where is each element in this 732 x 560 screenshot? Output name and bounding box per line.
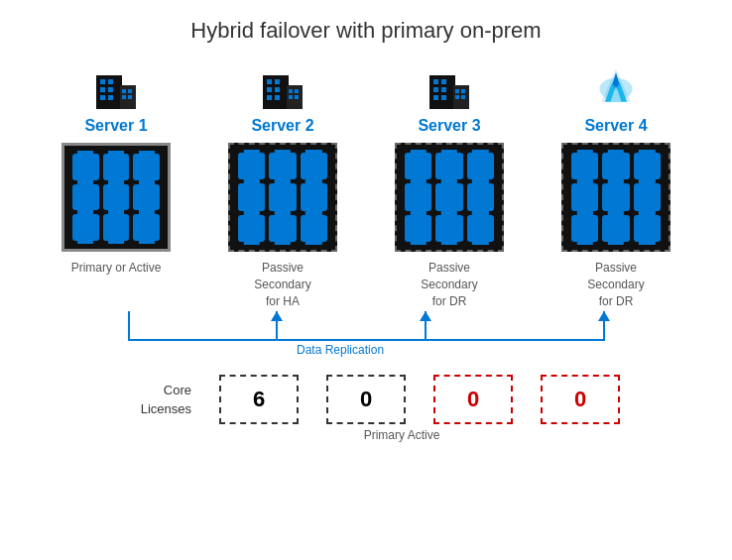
server-desc-4: PassiveSecondaryfor DR <box>587 260 644 309</box>
svg-rect-23 <box>289 95 293 99</box>
svg-rect-4 <box>100 87 105 92</box>
svg-rect-29 <box>441 87 446 92</box>
svg-rect-30 <box>433 95 438 100</box>
license-label: Core Licenses <box>112 381 191 419</box>
server-col-4: Server 4 PassiveSecondaryfor DR <box>547 61 685 309</box>
svg-rect-5 <box>108 87 113 92</box>
chip-2-3 <box>301 153 327 179</box>
chip-3-3 <box>467 153 494 179</box>
license-box-2: 0 <box>326 375 406 424</box>
license-value-3: 0 <box>467 387 479 412</box>
building-icon-3 <box>426 61 473 113</box>
arrow-up-s2 <box>271 311 283 321</box>
chip-1-3 <box>133 154 160 180</box>
chip-1-5 <box>103 184 130 211</box>
chip-2-1 <box>238 153 265 179</box>
chip-box-2 <box>228 143 337 252</box>
license-label-line2: Licenses <box>141 399 191 419</box>
h-line-replication <box>128 339 604 341</box>
primary-active-row: Primary Active <box>0 428 732 442</box>
chip-4-8 <box>602 215 629 242</box>
chip-1-9 <box>133 214 160 241</box>
server-desc-1: Primary or Active <box>71 260 162 277</box>
server-label-2: Server 2 <box>251 117 313 135</box>
chip-box-4 <box>561 143 671 252</box>
chip-4-1 <box>571 153 598 179</box>
chip-3-9 <box>467 215 494 242</box>
replication-area: Data Replication <box>59 311 673 361</box>
chip-2-6 <box>301 183 327 210</box>
chip-1-7 <box>72 214 99 241</box>
chip-4-9 <box>634 215 661 242</box>
license-row: Core Licenses 6 0 0 0 <box>112 375 620 424</box>
svg-rect-6 <box>100 95 105 100</box>
building-icon-1 <box>92 61 140 113</box>
building-icon-2 <box>259 61 306 113</box>
chip-2-7 <box>238 215 265 242</box>
svg-rect-15 <box>275 79 280 84</box>
arrow-up-s4 <box>598 311 610 321</box>
chip-3-6 <box>467 183 494 210</box>
svg-rect-21 <box>289 89 293 93</box>
chip-3-7 <box>405 215 431 242</box>
primary-active-label: Primary Active <box>362 428 441 442</box>
chip-3-2 <box>435 153 462 179</box>
chip-box-3 <box>395 143 504 252</box>
server-label-1: Server 1 <box>84 117 147 135</box>
svg-rect-14 <box>267 79 272 84</box>
chip-1-2 <box>103 154 130 180</box>
svg-rect-26 <box>433 79 438 84</box>
chip-4-2 <box>602 153 629 179</box>
svg-rect-2 <box>100 79 105 84</box>
chip-1-1 <box>72 154 99 180</box>
svg-rect-35 <box>455 95 459 99</box>
server-desc-3: PassiveSecondaryfor DR <box>421 260 477 309</box>
svg-rect-28 <box>433 87 438 92</box>
server-desc-2: PassiveSecondaryfor HA <box>254 260 310 309</box>
chip-1-8 <box>103 214 130 241</box>
chip-1-6 <box>133 184 160 211</box>
v-line-s1 <box>128 311 130 341</box>
azure-icon-4 <box>592 61 640 113</box>
chip-3-4 <box>405 183 431 210</box>
chip-2-8 <box>269 215 296 242</box>
chip-2-2 <box>269 153 296 179</box>
chip-box-1 <box>61 143 171 252</box>
server-label-4: Server 4 <box>584 117 647 135</box>
svg-rect-36 <box>461 95 465 99</box>
chip-1-4 <box>72 184 99 211</box>
svg-rect-12 <box>128 95 132 99</box>
svg-rect-19 <box>275 95 280 100</box>
svg-rect-18 <box>267 95 272 100</box>
license-box-4: 0 <box>541 375 620 424</box>
svg-rect-11 <box>122 95 126 99</box>
chip-3-8 <box>435 215 462 242</box>
svg-rect-9 <box>122 89 126 93</box>
svg-rect-22 <box>295 89 299 93</box>
license-value-1: 6 <box>253 387 265 412</box>
svg-rect-27 <box>441 79 446 84</box>
server-col-2: Server 2 PassiveSecondaryfor HA <box>213 61 352 309</box>
svg-rect-10 <box>128 89 132 93</box>
diagram-area: Server 1 Primary or Active <box>0 54 732 442</box>
svg-rect-17 <box>275 87 280 92</box>
chip-2-9 <box>301 215 327 242</box>
chip-4-5 <box>602 183 629 210</box>
server-col-1: Server 1 Primary or Active <box>47 61 185 277</box>
license-value-4: 0 <box>574 387 586 412</box>
svg-rect-7 <box>108 95 113 100</box>
svg-rect-34 <box>461 89 465 93</box>
servers-row: Server 1 Primary or Active <box>47 61 685 309</box>
chip-4-3 <box>634 153 661 179</box>
arrow-up-s3 <box>420 311 431 321</box>
chip-3-5 <box>435 183 462 210</box>
svg-rect-16 <box>267 87 272 92</box>
chip-3-1 <box>405 153 431 179</box>
chip-2-5 <box>269 183 296 210</box>
license-box-3: 0 <box>433 375 513 424</box>
replication-label: Data Replication <box>297 343 384 357</box>
license-value-2: 0 <box>360 387 372 412</box>
page-title: Hybrid failover with primary on-prem <box>190 18 541 44</box>
server-col-3: Server 3 PassiveSecondaryfor DR <box>380 61 519 309</box>
chip-2-4 <box>238 183 265 210</box>
